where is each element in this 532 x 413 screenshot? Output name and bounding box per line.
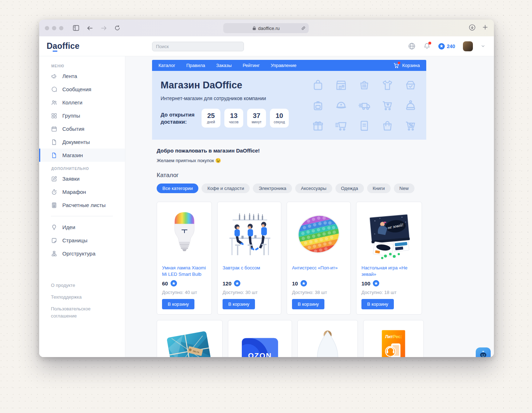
footer-link-about[interactable]: О продукте — [51, 282, 110, 289]
grid-icon — [51, 113, 57, 119]
chip-coffee-sweets[interactable]: Кофе и сладости — [202, 184, 250, 193]
product-card: не зевай! Настольная игра «Не зевай — [356, 202, 422, 315]
availability: Доступно: 18 шт — [361, 290, 417, 295]
product-image-popit[interactable] — [292, 206, 345, 263]
downloads-button[interactable] — [469, 24, 476, 32]
cap-icon — [335, 99, 348, 112]
sidebar-section-menu: МЕНЮ — [39, 64, 125, 69]
product-grid-row-2: DELTA — [157, 320, 422, 357]
chip-books[interactable]: Книги — [367, 184, 391, 193]
site-header: Daoffice ★ 240 — [39, 36, 494, 56]
product-image-litres-card[interactable]: ЛитРес: ПОДАРОЧНАЯ КАРТА — [369, 324, 418, 357]
back-button[interactable] — [87, 25, 93, 31]
browser-window: daoffice.ru Daoffice ★ — [39, 20, 494, 357]
add-to-cart-button[interactable]: В корзину — [162, 299, 194, 309]
main-area: Каталог Правила Заказы Рейтинг Управлени… — [125, 56, 494, 357]
points-balance[interactable]: ★ 240 — [438, 43, 455, 50]
org-structure-icon — [51, 251, 57, 257]
floating-chat-stack: 12 1 — [476, 347, 491, 357]
sidebar-item-ideas[interactable]: Идеи — [39, 221, 125, 234]
litres-logo-part1: Лит — [385, 334, 393, 339]
shopnav-orders[interactable]: Заказы — [216, 63, 231, 68]
ozon-logo-text: OZON — [248, 351, 272, 357]
sidebar-item-requests[interactable]: Заявки — [39, 172, 125, 185]
new-tab-button[interactable] — [482, 24, 488, 32]
sidebar-item-pages[interactable]: Страницы — [39, 234, 125, 247]
forward-button[interactable] — [100, 25, 107, 31]
product-image-board-game[interactable]: не зевай! — [361, 206, 417, 263]
product-card: OZON — [228, 320, 292, 357]
delivery-countdown: До открытия доставки: 25дней 13часов 37м… — [161, 109, 289, 128]
link-icon[interactable] — [301, 26, 306, 30]
countdown-seconds: 10секунд — [270, 109, 289, 128]
price-star-icon: ★ — [301, 280, 307, 286]
product-card: DELTA — [157, 320, 223, 357]
price-star-icon: ★ — [171, 280, 177, 286]
product-image-humidifier[interactable]: litfat — [303, 324, 353, 357]
chip-electronics[interactable]: Электроника — [253, 184, 292, 193]
footer-link-agreement[interactable]: Пользовательское соглашение — [51, 305, 110, 320]
sidebar-item-shop[interactable]: Магазин — [39, 149, 125, 162]
notifications-bell-icon[interactable] — [423, 42, 431, 50]
product-card: Умная лампа Xiaomi Mi LED Smart Bulb 60★… — [157, 202, 212, 315]
sidebar-item-marathon[interactable]: Марафон — [39, 185, 125, 198]
suitcase-icon — [312, 99, 324, 112]
add-to-cart-button[interactable]: В корзину — [223, 299, 255, 309]
product-image-breakfast-illustration[interactable] — [223, 206, 276, 263]
address-bar[interactable]: daoffice.ru — [223, 23, 309, 33]
add-to-cart-button[interactable]: В корзину — [292, 299, 324, 309]
product-image-gift-wrap[interactable]: DELTA — [162, 324, 217, 357]
chevron-down-icon[interactable] — [481, 44, 485, 48]
sidebar-item-documents[interactable]: Документы — [39, 135, 125, 149]
welcome-subtitle: Желаем приятных покупок 😉 — [152, 158, 426, 163]
lightbulb-icon — [51, 224, 57, 231]
shopnav-rules[interactable]: Правила — [186, 63, 205, 68]
window-controls[interactable] — [45, 26, 63, 30]
product-grid: Умная лампа Xiaomi Mi LED Smart Bulb 60★… — [157, 202, 422, 315]
product-image-ozon-card[interactable]: OZON — [233, 324, 287, 357]
sidebar-item-messages[interactable]: Сообщения — [39, 83, 125, 96]
user-avatar[interactable] — [463, 41, 473, 51]
chip-clothes[interactable]: Одежда — [335, 184, 364, 193]
add-to-cart-button[interactable]: В корзину — [361, 299, 394, 309]
product-card: litfat — [297, 320, 358, 357]
availability: Доступно: 38 шт — [292, 290, 345, 295]
shopnav-rating[interactable]: Рейтинг — [243, 63, 260, 68]
sidebar-item-events[interactable]: События — [39, 122, 125, 135]
sidebar-item-colleagues[interactable]: Коллеги — [39, 96, 125, 109]
sidebar-item-groups[interactable]: Группы — [39, 109, 125, 122]
shop-hero: Магазин DaOffice Интернет-магазин для со… — [152, 71, 426, 140]
footer-link-support[interactable]: Техподдержка — [51, 294, 110, 301]
shop-title: Магазин DaOffice — [161, 80, 289, 91]
sidebar-item-feed[interactable]: Лента — [39, 69, 125, 83]
sidebar-toggle-icon[interactable] — [73, 25, 79, 31]
reload-button[interactable] — [114, 25, 120, 31]
product-image-smart-bulb[interactable] — [162, 206, 207, 263]
lock-icon — [252, 26, 256, 30]
chat-icon — [51, 86, 57, 93]
calendar-icon — [51, 126, 57, 132]
category-filter: Все категории Кофе и сладости Электроник… — [152, 184, 426, 193]
countdown-minutes: 37минут — [247, 109, 266, 128]
basket-check-icon — [404, 79, 417, 92]
calculator-icon — [51, 202, 57, 208]
availability: Доступно: 30 шт — [223, 290, 276, 295]
shopnav-catalog[interactable]: Каталог — [158, 63, 175, 68]
search-input[interactable] — [152, 42, 244, 51]
chat-bot-launcher[interactable]: 12 — [476, 347, 491, 357]
svg-text:ЛитРес:: ЛитРес: — [385, 334, 402, 339]
shopnav-management[interactable]: Управление — [271, 63, 296, 68]
cart-heart-icon — [381, 99, 394, 112]
chip-all-categories[interactable]: Все категории — [157, 184, 198, 193]
storefront-icon — [335, 79, 348, 92]
sidebar-section-extra: ДОПОЛНИТЕЛЬНО — [39, 167, 125, 172]
browser-toolbar: daoffice.ru — [39, 20, 494, 36]
points-star-icon: ★ — [438, 43, 445, 50]
globe-icon[interactable] — [408, 42, 416, 50]
sidebar-item-orgstructure[interactable]: Оргструктура — [39, 247, 125, 260]
sidebar-item-payslips[interactable]: Расчетные листы — [39, 198, 125, 212]
chip-accessories[interactable]: Аксессуары — [295, 184, 332, 193]
cart-button[interactable]: Корзина — [393, 63, 420, 68]
daoffice-logo[interactable]: Daoffice — [47, 41, 79, 51]
chip-new[interactable]: New — [394, 184, 414, 193]
